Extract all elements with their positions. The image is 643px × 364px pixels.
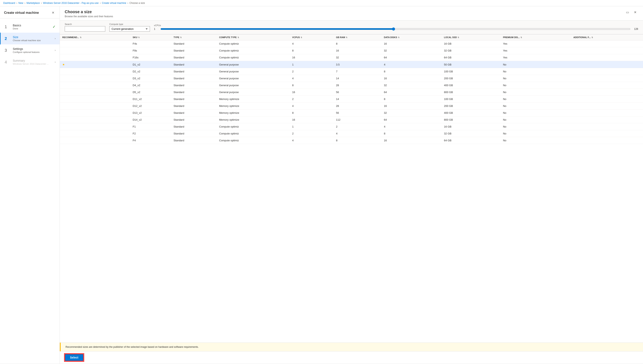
col-recommended[interactable]: RECOMMEND...⇅ (60, 34, 130, 40)
table-row[interactable]: D14_v2StandardMemory optimize1611264800 … (60, 116, 643, 123)
size-table-container: RECOMMEND...⇅ SKU⇅ TYPE⇅ COMPUTE TYPE⇅ V… (60, 34, 643, 342)
sort-icon-disks: ⇅ (398, 36, 400, 38)
step-name-basics: Basics (13, 24, 49, 27)
col-sku[interactable]: SKU⇅ (130, 34, 171, 40)
breadcrumb-new[interactable]: New (18, 2, 23, 4)
vcpus-cell: 2 (290, 96, 334, 102)
table-row[interactable]: D11_v2StandardMemory optimize2148100 GBN… (60, 96, 643, 102)
breadcrumb-dashboard[interactable]: Dashboard (3, 2, 15, 4)
sidebar-item-settings[interactable]: 3 Settings Configure optional features › (0, 44, 60, 56)
table-row[interactable]: F4StandardCompute optimiz481664 GBNo (60, 137, 643, 144)
premium_dis-cell: No (500, 75, 571, 82)
type-cell: Standard (171, 89, 217, 96)
table-row[interactable]: D2_v2StandardGeneral purpose278100 GBNo (60, 68, 643, 75)
col-local-ssd[interactable]: LOCAL SSD⇅ (442, 34, 500, 40)
recommended-cell (60, 137, 130, 144)
gb_ram-cell: 3.5 (334, 61, 382, 68)
breadcrumb-create-vm[interactable]: Create virtual machine (102, 2, 126, 4)
data_disks-cell: 32 (382, 47, 442, 54)
recommended-cell (60, 116, 130, 123)
additional_f-cell (571, 82, 643, 89)
sku-cell: D2_v2 (130, 68, 171, 75)
gb_ram-cell: 56 (334, 110, 382, 116)
col-vcpus[interactable]: VCPUS⇅ (290, 34, 334, 40)
vcpus-cell: 1 (290, 123, 334, 130)
local_ssd-cell: 400 GB (442, 110, 500, 116)
step-name-summary: Summary (13, 59, 52, 62)
table-row[interactable]: F16sStandardCompute optimiz16326464 GBYe… (60, 54, 643, 61)
recommended-cell (60, 96, 130, 102)
recommended-cell (60, 130, 130, 137)
premium_dis-cell: Yes (500, 40, 571, 47)
panel-subtitle: Browse the available sizes and their fea… (65, 15, 113, 18)
gb_ram-cell: 14 (334, 96, 382, 102)
recommended-cell (60, 82, 130, 89)
local_ssd-cell: 64 GB (442, 137, 500, 144)
close-button[interactable]: ✕ (50, 10, 56, 15)
data_disks-cell: 32 (382, 82, 442, 89)
recommended-cell (60, 47, 130, 54)
vcpu-group: vCPUs 1 128 (154, 24, 638, 30)
data_disks-cell: 64 (382, 54, 442, 61)
vcpus-cell: 8 (290, 110, 334, 116)
compute_type-cell: Compute optimiz (217, 47, 290, 54)
col-gb-ram[interactable]: GB RAM⇅ (334, 34, 382, 40)
additional_f-cell (571, 130, 643, 137)
vcpu-slider[interactable] (160, 28, 630, 30)
col-type[interactable]: TYPE⇅ (171, 34, 217, 40)
step-list: 1 Basics Done ✓ 2 Size Choose virtual ma… (0, 18, 60, 364)
compute_type-cell: General purpose (217, 61, 290, 68)
col-data-disks[interactable]: DATA DISKS⇅ (382, 34, 442, 40)
sidebar-item-summary[interactable]: 4 Summary Windows Server 2016 Datacenter… (0, 56, 60, 68)
sidebar-item-size[interactable]: 2 Size Choose virtual machine size › (0, 33, 60, 44)
sidebar-item-basics[interactable]: 1 Basics Done ✓ (0, 21, 60, 33)
step-number-1: 1 (5, 24, 10, 29)
minimize-button[interactable]: ▭ (624, 10, 631, 15)
data_disks-cell: 64 (382, 89, 442, 96)
search-input[interactable] (65, 26, 105, 32)
table-row[interactable]: D3_v2StandardGeneral purpose41416200 GBN… (60, 75, 643, 82)
table-row[interactable]: D4_v2StandardGeneral purpose82832400 GBN… (60, 82, 643, 89)
sku-cell: D13_v2 (130, 110, 171, 116)
sku-cell: D12_v2 (130, 102, 171, 110)
breadcrumb-windows-server[interactable]: Windows Server 2016 Datacenter - Pay-as-… (43, 2, 98, 4)
vcpus-cell: 16 (290, 116, 334, 123)
local_ssd-cell: 400 GB (442, 82, 500, 89)
select-button[interactable]: Select (65, 354, 84, 361)
vcpu-label: vCPUs (154, 24, 638, 26)
sku-cell: D1_v2 (130, 61, 171, 68)
breadcrumb-marketplace[interactable]: Marketplace (26, 2, 40, 4)
right-panel: Choose a size Browse the available sizes… (60, 6, 643, 364)
local_ssd-cell: 64 GB (442, 54, 500, 61)
data_disks-cell: 8 (382, 130, 442, 137)
premium_dis-cell: No (500, 102, 571, 110)
table-row[interactable]: F4sStandardCompute optimiz481616 GBYes (60, 40, 643, 47)
compute_type-cell: General purpose (217, 75, 290, 82)
type-cell: Standard (171, 116, 217, 123)
table-row[interactable]: F1StandardCompute optimiz12416 GBNo (60, 123, 643, 130)
size-table: RECOMMEND...⇅ SKU⇅ TYPE⇅ COMPUTE TYPE⇅ V… (60, 34, 643, 144)
maximize-button[interactable]: ✕ (632, 10, 638, 15)
compute-type-select[interactable]: Current generation All generations Previ… (109, 26, 150, 32)
table-row[interactable]: ★D1_v2StandardGeneral purpose13.5450 GBN… (60, 61, 643, 68)
table-row[interactable]: F2StandardCompute optimiz24832 GBNo (60, 130, 643, 137)
table-row[interactable]: D13_v2StandardMemory optimize85632400 GB… (60, 110, 643, 116)
premium_dis-cell: No (500, 116, 571, 123)
checkmark-icon: ✓ (52, 24, 56, 29)
sidebar: Create virtual machine ✕ 1 Basics Done ✓… (0, 6, 60, 364)
premium_dis-cell: No (500, 61, 571, 68)
table-row[interactable]: F8sStandardCompute optimiz8163232 GBYes (60, 47, 643, 54)
sidebar-header: Create virtual machine ✕ (0, 6, 60, 18)
type-cell: Standard (171, 102, 217, 110)
vcpu-max-value: 128 (632, 28, 638, 30)
col-premium-dis[interactable]: PREMIUM DIS...⇅ (500, 34, 571, 40)
data_disks-cell: 32 (382, 110, 442, 116)
col-additional-f[interactable]: ADDITIONAL F...⇅ (571, 34, 643, 40)
data_disks-cell: 16 (382, 40, 442, 47)
compute_type-cell: General purpose (217, 82, 290, 89)
additional_f-cell (571, 54, 643, 61)
type-cell: Standard (171, 110, 217, 116)
table-row[interactable]: D12_v2StandardMemory optimize42816200 GB… (60, 102, 643, 110)
table-row[interactable]: D5_v2StandardGeneral purpose165664800 GB… (60, 89, 643, 96)
col-compute-type[interactable]: COMPUTE TYPE⇅ (217, 34, 290, 40)
